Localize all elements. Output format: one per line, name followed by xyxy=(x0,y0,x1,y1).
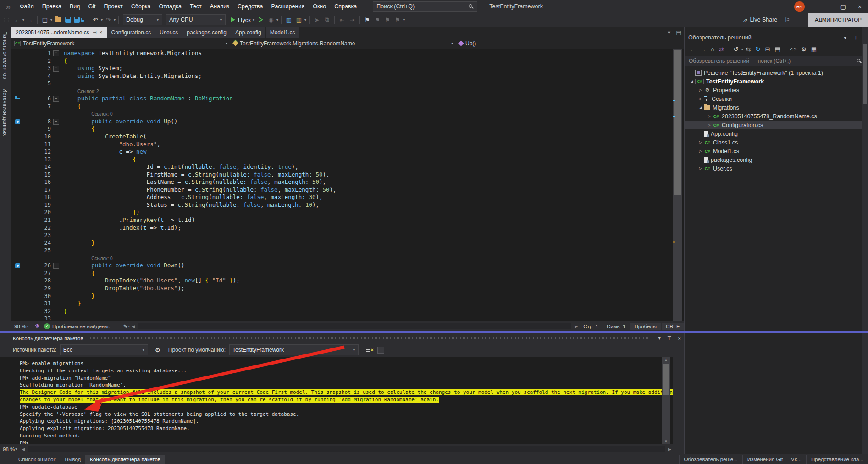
panel-options-caret[interactable]: ▾ xyxy=(844,35,846,41)
console-output[interactable]: PM> enable-migrationsChecking if the con… xyxy=(0,357,673,444)
tree-item[interactable]: ◢C#TestEntityFramework xyxy=(685,77,868,86)
status-item[interactable]: CRLF xyxy=(662,323,684,330)
tree-item[interactable]: App.config xyxy=(685,129,868,138)
console-close-icon[interactable]: × xyxy=(678,336,681,341)
find-in-files-icon[interactable]: ▥ xyxy=(285,15,293,25)
panel-splitter[interactable] xyxy=(0,331,868,333)
clear-bookmarks-icon[interactable]: ⚑ xyxy=(393,15,402,25)
hscroll-right-icon[interactable]: ▶ xyxy=(575,324,578,329)
document-tab[interactable]: App.config xyxy=(231,27,265,38)
chevron-collapsed-icon[interactable]: ▷ xyxy=(706,114,713,118)
show-all-files-icon[interactable]: ▦ xyxy=(811,46,817,53)
prev-bookmark-icon[interactable]: ⚑ xyxy=(373,15,381,25)
code-cleanup-caret[interactable]: ▾ xyxy=(128,324,130,328)
undo-caret[interactable]: ▾ xyxy=(101,18,103,22)
toolbar-grip[interactable]: ⋮⋮ xyxy=(2,17,10,23)
codelens-references[interactable]: Ссылок: 0 xyxy=(64,255,113,263)
undo-icon[interactable]: ↶ xyxy=(91,15,100,25)
navigate-forward-icon[interactable]: → xyxy=(26,15,34,25)
feedback-icon[interactable]: ⚐ xyxy=(785,17,790,23)
default-project-dropdown[interactable]: TestEntityFramework ▾ xyxy=(229,344,359,355)
code-editor[interactable]: 1−namespace TestEntityFramework.Migratio… xyxy=(11,49,684,321)
left-strip-tab[interactable]: Панель элементов xyxy=(0,27,10,84)
tree-item[interactable]: ▷C#202305140755478_RandomName.cs xyxy=(685,112,868,121)
menu-item[interactable]: Проект xyxy=(100,3,127,10)
tree-item[interactable]: ▷C#Model1.cs xyxy=(685,147,868,155)
document-tab[interactable]: 20230514075...ndomName.cs⊤× xyxy=(11,27,107,38)
console-hscroll-left-icon[interactable]: ◀ xyxy=(22,447,25,452)
new-project-icon[interactable]: ▤ xyxy=(41,15,49,25)
package-source-dropdown[interactable]: Все ▾ xyxy=(60,344,148,355)
tab-close-icon[interactable]: × xyxy=(100,29,103,36)
back-icon[interactable]: ← xyxy=(690,46,696,53)
console-title-bar[interactable]: Консоль диспетчера пакетов ▾ ⊤ × xyxy=(0,333,684,343)
forward-icon[interactable]: → xyxy=(700,46,706,53)
save-icon[interactable] xyxy=(64,15,72,25)
bottom-tab[interactable]: Вывод xyxy=(61,455,86,464)
tree-item[interactable]: ◢Migrations xyxy=(685,103,868,112)
restore-button[interactable]: ▢ xyxy=(835,0,851,13)
collapse-all-icon[interactable]: ⊟ xyxy=(765,46,770,53)
solution-platform-dropdown[interactable]: Any CPU ▾ xyxy=(166,14,226,25)
tree-item[interactable]: ▷C#Class1.cs xyxy=(685,138,868,147)
document-list-caret[interactable]: ▾ xyxy=(668,29,670,36)
solution-configuration-dropdown[interactable]: Debug ▾ xyxy=(123,14,162,25)
codelens-references[interactable]: Ссылок: 0 xyxy=(64,110,113,118)
menu-item[interactable]: Средства xyxy=(233,3,267,10)
minimize-button[interactable]: — xyxy=(818,0,835,13)
breadcrumb-project[interactable]: C# TestEntityFramework ▾ xyxy=(11,38,231,49)
left-strip-tab[interactable]: Источники данных xyxy=(0,84,10,140)
chevron-expanded-icon[interactable]: ◢ xyxy=(697,105,704,110)
quick-search-input[interactable]: Поиск (Ctrl+Q) xyxy=(373,1,477,12)
editor-zoom-dropdown[interactable]: 98 % ▾ xyxy=(11,321,32,331)
chevron-collapsed-icon[interactable]: ▷ xyxy=(706,123,713,127)
package-source-settings-icon[interactable]: ⚙ xyxy=(154,345,162,355)
codelens-references[interactable]: Ссылок: 2 xyxy=(64,88,99,96)
status-item[interactable]: Стр: 1 xyxy=(583,324,598,329)
profiler-icon[interactable]: ◉ xyxy=(267,15,275,25)
tab-options-icon[interactable]: ▤ xyxy=(676,29,681,36)
scrollbar-thumb[interactable] xyxy=(863,44,867,104)
open-file-icon[interactable] xyxy=(54,15,62,25)
select-pointer-icon[interactable]: ➤ xyxy=(313,15,321,25)
document-tab[interactable]: User.cs xyxy=(155,27,182,38)
next-bookmark-icon[interactable]: ⚑ xyxy=(383,15,392,25)
start-without-debug-button[interactable] xyxy=(257,15,265,25)
menu-item[interactable]: Отладка xyxy=(155,3,186,10)
document-tab[interactable]: packages.config xyxy=(182,27,231,38)
new-project-caret[interactable]: ▾ xyxy=(50,18,52,22)
fold-toggle[interactable]: − xyxy=(53,263,59,269)
fold-toggle[interactable]: − xyxy=(53,50,59,56)
redo-icon[interactable]: ↷ xyxy=(104,15,112,25)
chevron-collapsed-icon[interactable]: ▷ xyxy=(697,97,704,101)
margin-glyph-icon[interactable] xyxy=(15,263,20,268)
menu-item[interactable]: Вид xyxy=(66,3,84,10)
menu-item[interactable]: Сборка xyxy=(127,3,155,10)
pin-icon[interactable]: ⊤ xyxy=(851,35,857,40)
profiler-caret[interactable]: ▾ xyxy=(276,18,278,22)
tree-item[interactable]: ▷C#Configuration.cs xyxy=(685,121,868,129)
refresh-icon[interactable]: ↻ xyxy=(756,46,761,53)
sync-with-active-document-icon[interactable]: ⇄ xyxy=(719,46,724,53)
breadcrumb-member[interactable]: Up() xyxy=(456,38,684,49)
chevron-collapsed-icon[interactable]: ▷ xyxy=(697,149,704,153)
margin-glyph-icon[interactable] xyxy=(15,96,20,101)
chevron-collapsed-icon[interactable]: ▷ xyxy=(697,166,704,171)
clear-console-icon[interactable]: × xyxy=(366,347,373,353)
menu-item[interactable]: Расширения xyxy=(267,3,309,10)
fold-toggle[interactable]: − xyxy=(53,96,59,102)
console-zoom-dropdown[interactable]: 98 % ▾ xyxy=(0,444,20,454)
chevron-collapsed-icon[interactable]: ▷ xyxy=(697,140,704,144)
hscroll-left-icon[interactable]: ◀ xyxy=(132,324,135,329)
properties-icon[interactable]: ⚙ xyxy=(801,46,807,53)
pending-changes-filter-icon[interactable]: ↺ xyxy=(734,46,739,53)
tree-item[interactable]: ▷C#User.cs xyxy=(685,164,868,173)
tree-item[interactable]: Решение "TestEntityFramework" (1 проекта… xyxy=(685,68,868,77)
status-item[interactable]: Симв: 1 xyxy=(607,324,626,329)
document-tab[interactable]: Model1.cs xyxy=(266,27,299,38)
bottom-tab[interactable]: Список ошибок xyxy=(14,455,61,464)
problems-status[interactable]: Проблемы не найдены. xyxy=(52,324,110,329)
console-hscroll-track[interactable] xyxy=(28,446,665,452)
status-item[interactable]: Пробелы xyxy=(630,323,661,330)
administrator-button[interactable]: АДМИНИСТРАТОР xyxy=(808,13,868,27)
